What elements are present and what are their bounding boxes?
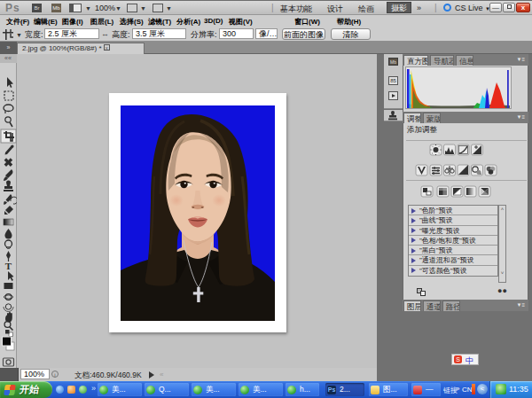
- svg-text:T: T: [5, 261, 12, 271]
- svg-text:««: ««: [4, 55, 12, 61]
